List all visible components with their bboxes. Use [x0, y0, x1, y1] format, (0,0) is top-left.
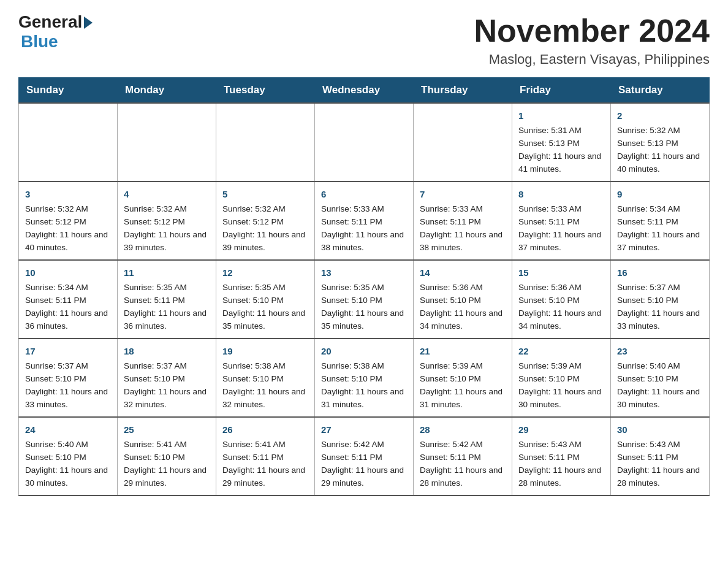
header-saturday: Saturday	[611, 78, 710, 104]
day-info: Sunrise: 5:37 AMSunset: 5:10 PMDaylight:…	[617, 282, 703, 333]
table-row: 8Sunrise: 5:33 AMSunset: 5:11 PMDaylight…	[512, 182, 611, 260]
day-number: 4	[124, 187, 210, 201]
day-info: Sunrise: 5:32 AMSunset: 5:12 PMDaylight:…	[222, 203, 308, 255]
day-number: 15	[518, 266, 604, 280]
table-row: 22Sunrise: 5:39 AMSunset: 5:10 PMDayligh…	[512, 339, 611, 417]
day-info: Sunrise: 5:40 AMSunset: 5:10 PMDaylight:…	[25, 439, 111, 490]
day-info: Sunrise: 5:38 AMSunset: 5:10 PMDaylight:…	[321, 360, 407, 412]
table-row: 24Sunrise: 5:40 AMSunset: 5:10 PMDayligh…	[19, 417, 118, 496]
day-number: 18	[124, 344, 210, 358]
table-row: 20Sunrise: 5:38 AMSunset: 5:10 PMDayligh…	[315, 339, 414, 417]
day-number: 17	[25, 344, 111, 358]
table-row	[414, 103, 512, 182]
day-number: 5	[222, 187, 308, 201]
day-info: Sunrise: 5:37 AMSunset: 5:10 PMDaylight:…	[124, 360, 210, 412]
header-friday: Friday	[512, 78, 611, 104]
month-title: November 2024	[474, 12, 710, 49]
day-number: 3	[25, 187, 111, 201]
day-info: Sunrise: 5:42 AMSunset: 5:11 PMDaylight:…	[321, 439, 407, 490]
page-header: General Blue November 2024 Maslog, Easte…	[18, 12, 710, 67]
location-subtitle: Maslog, Eastern Visayas, Philippines	[474, 52, 710, 67]
table-row: 23Sunrise: 5:40 AMSunset: 5:10 PMDayligh…	[611, 339, 710, 417]
day-info: Sunrise: 5:34 AMSunset: 5:11 PMDaylight:…	[25, 282, 111, 333]
calendar-week-row: 3Sunrise: 5:32 AMSunset: 5:12 PMDaylight…	[19, 182, 710, 260]
table-row: 18Sunrise: 5:37 AMSunset: 5:10 PMDayligh…	[118, 339, 216, 417]
table-row: 3Sunrise: 5:32 AMSunset: 5:12 PMDaylight…	[19, 182, 118, 260]
day-info: Sunrise: 5:37 AMSunset: 5:10 PMDaylight:…	[25, 360, 111, 412]
calendar-week-row: 17Sunrise: 5:37 AMSunset: 5:10 PMDayligh…	[19, 339, 710, 417]
day-number: 11	[124, 266, 210, 280]
table-row: 5Sunrise: 5:32 AMSunset: 5:12 PMDaylight…	[216, 182, 315, 260]
table-row: 27Sunrise: 5:42 AMSunset: 5:11 PMDayligh…	[315, 417, 414, 496]
day-number: 24	[25, 423, 111, 437]
table-row: 2Sunrise: 5:32 AMSunset: 5:13 PMDaylight…	[611, 103, 710, 182]
day-number: 23	[617, 344, 703, 358]
title-section: November 2024 Maslog, Eastern Visayas, P…	[474, 12, 710, 67]
calendar-table: Sunday Monday Tuesday Wednesday Thursday…	[18, 77, 710, 496]
table-row: 25Sunrise: 5:41 AMSunset: 5:10 PMDayligh…	[118, 417, 216, 496]
table-row: 29Sunrise: 5:43 AMSunset: 5:11 PMDayligh…	[512, 417, 611, 496]
table-row: 12Sunrise: 5:35 AMSunset: 5:10 PMDayligh…	[216, 260, 315, 339]
table-row	[315, 103, 414, 182]
day-info: Sunrise: 5:41 AMSunset: 5:10 PMDaylight:…	[124, 439, 210, 490]
day-info: Sunrise: 5:38 AMSunset: 5:10 PMDaylight:…	[222, 360, 308, 412]
table-row: 30Sunrise: 5:43 AMSunset: 5:11 PMDayligh…	[611, 417, 710, 496]
day-number: 25	[124, 423, 210, 437]
day-info: Sunrise: 5:42 AMSunset: 5:11 PMDaylight:…	[420, 439, 506, 490]
day-info: Sunrise: 5:39 AMSunset: 5:10 PMDaylight:…	[518, 360, 604, 412]
day-number: 21	[420, 344, 506, 358]
calendar-week-row: 24Sunrise: 5:40 AMSunset: 5:10 PMDayligh…	[19, 417, 710, 496]
table-row: 13Sunrise: 5:35 AMSunset: 5:10 PMDayligh…	[315, 260, 414, 339]
header-sunday: Sunday	[19, 78, 118, 104]
logo-arrow-icon	[84, 17, 93, 29]
calendar-week-row: 10Sunrise: 5:34 AMSunset: 5:11 PMDayligh…	[19, 260, 710, 339]
day-info: Sunrise: 5:43 AMSunset: 5:11 PMDaylight:…	[518, 439, 604, 490]
day-number: 9	[617, 187, 703, 201]
table-row: 9Sunrise: 5:34 AMSunset: 5:11 PMDaylight…	[611, 182, 710, 260]
day-number: 2	[617, 109, 703, 123]
day-info: Sunrise: 5:43 AMSunset: 5:11 PMDaylight:…	[617, 439, 703, 490]
day-info: Sunrise: 5:35 AMSunset: 5:10 PMDaylight:…	[321, 282, 407, 333]
day-number: 12	[222, 266, 308, 280]
table-row: 19Sunrise: 5:38 AMSunset: 5:10 PMDayligh…	[216, 339, 315, 417]
day-number: 28	[420, 423, 506, 437]
day-number: 19	[222, 344, 308, 358]
day-number: 8	[518, 187, 604, 201]
day-info: Sunrise: 5:33 AMSunset: 5:11 PMDaylight:…	[420, 203, 506, 255]
header-monday: Monday	[118, 78, 216, 104]
day-number: 26	[222, 423, 308, 437]
day-info: Sunrise: 5:33 AMSunset: 5:11 PMDaylight:…	[518, 203, 604, 255]
day-number: 6	[321, 187, 407, 201]
weekday-header-row: Sunday Monday Tuesday Wednesday Thursday…	[19, 78, 710, 104]
table-row: 26Sunrise: 5:41 AMSunset: 5:11 PMDayligh…	[216, 417, 315, 496]
table-row: 6Sunrise: 5:33 AMSunset: 5:11 PMDaylight…	[315, 182, 414, 260]
day-info: Sunrise: 5:31 AMSunset: 5:13 PMDaylight:…	[518, 124, 604, 176]
day-number: 30	[617, 423, 703, 437]
calendar-week-row: 1Sunrise: 5:31 AMSunset: 5:13 PMDaylight…	[19, 103, 710, 182]
table-row: 7Sunrise: 5:33 AMSunset: 5:11 PMDaylight…	[414, 182, 512, 260]
table-row: 4Sunrise: 5:32 AMSunset: 5:12 PMDaylight…	[118, 182, 216, 260]
table-row: 17Sunrise: 5:37 AMSunset: 5:10 PMDayligh…	[19, 339, 118, 417]
header-tuesday: Tuesday	[216, 78, 315, 104]
day-number: 16	[617, 266, 703, 280]
day-number: 22	[518, 344, 604, 358]
table-row: 21Sunrise: 5:39 AMSunset: 5:10 PMDayligh…	[414, 339, 512, 417]
day-info: Sunrise: 5:35 AMSunset: 5:10 PMDaylight:…	[222, 282, 308, 333]
day-info: Sunrise: 5:39 AMSunset: 5:10 PMDaylight:…	[420, 360, 506, 412]
day-info: Sunrise: 5:35 AMSunset: 5:11 PMDaylight:…	[124, 282, 210, 333]
day-number: 20	[321, 344, 407, 358]
day-number: 10	[25, 266, 111, 280]
day-number: 13	[321, 266, 407, 280]
header-wednesday: Wednesday	[315, 78, 414, 104]
day-info: Sunrise: 5:41 AMSunset: 5:11 PMDaylight:…	[222, 439, 308, 490]
day-info: Sunrise: 5:33 AMSunset: 5:11 PMDaylight:…	[321, 203, 407, 255]
table-row	[118, 103, 216, 182]
table-row: 16Sunrise: 5:37 AMSunset: 5:10 PMDayligh…	[611, 260, 710, 339]
table-row: 14Sunrise: 5:36 AMSunset: 5:10 PMDayligh…	[414, 260, 512, 339]
day-info: Sunrise: 5:36 AMSunset: 5:10 PMDaylight:…	[518, 282, 604, 333]
day-number: 1	[518, 109, 604, 123]
day-info: Sunrise: 5:32 AMSunset: 5:12 PMDaylight:…	[25, 203, 111, 255]
logo-blue-text: Blue	[21, 32, 58, 52]
day-info: Sunrise: 5:34 AMSunset: 5:11 PMDaylight:…	[617, 203, 703, 255]
table-row: 15Sunrise: 5:36 AMSunset: 5:10 PMDayligh…	[512, 260, 611, 339]
